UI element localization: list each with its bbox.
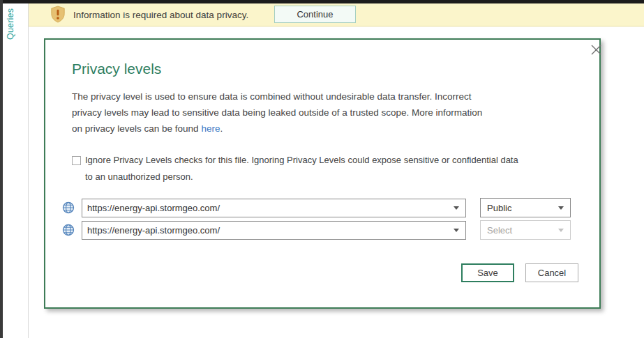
description-line-3-text: on privacy levels can be found: [72, 123, 201, 134]
app-window: Queries Information is required about da…: [0, 0, 644, 338]
chevron-down-icon[interactable]: [552, 199, 570, 217]
description-line-3-period: .: [220, 123, 223, 134]
description-line-2: privacy levels may lead to sensitive dat…: [72, 105, 482, 121]
chevron-down-icon[interactable]: [447, 222, 465, 239]
continue-button[interactable]: Continue: [274, 6, 356, 23]
cancel-button[interactable]: Cancel: [525, 263, 578, 282]
privacy-level-value-1: Public: [481, 203, 552, 213]
ignore-privacy-checkbox[interactable]: [72, 156, 81, 165]
dialog-description: The privacy level is used to ensure data…: [72, 89, 482, 137]
privacy-level-value-2: Select: [481, 225, 552, 236]
privacy-level-select-1[interactable]: Public: [480, 198, 571, 217]
globe-icon: [62, 224, 75, 236]
privacy-levels-dialog: Privacy levels The privacy level is used…: [44, 38, 601, 309]
banner-message: Information is required about data priva…: [73, 10, 248, 20]
ignore-privacy-checkbox-label: Ignore Privacy Levels checks for this fi…: [85, 152, 518, 185]
dialog-title: Privacy levels: [72, 61, 161, 77]
window-left-edge: [0, 0, 3, 338]
source-url-combobox-1[interactable]: https://energy-api.stormgeo.com/: [82, 199, 466, 217]
checkbox-label-line-2: to an unauthorized person.: [85, 169, 518, 185]
privacy-level-select-2: Select: [480, 220, 571, 240]
globe-icon: [62, 201, 75, 214]
close-icon[interactable]: [587, 42, 605, 60]
checkbox-label-line-1: Ignore Privacy Levels checks for this fi…: [85, 152, 518, 169]
source-url-2: https://energy-api.stormgeo.com/: [82, 225, 447, 236]
queries-pane-divider: [28, 3, 29, 338]
sidebar-tab-queries[interactable]: Queries: [6, 5, 15, 40]
source-url-1: https://energy-api.stormgeo.com/: [82, 203, 447, 213]
save-button[interactable]: Save: [461, 263, 514, 282]
source-url-combobox-2[interactable]: https://energy-api.stormgeo.com/: [82, 221, 466, 240]
description-line-3: on privacy levels can be found here.: [72, 121, 482, 137]
warning-shield-icon: [50, 6, 66, 23]
chevron-down-icon: [552, 221, 570, 239]
privacy-warning-banner: Information is required about data priva…: [29, 3, 644, 26]
privacy-info-link[interactable]: here: [201, 123, 220, 134]
chevron-down-icon[interactable]: [447, 199, 465, 217]
description-line-1: The privacy level is used to ensure data…: [72, 89, 482, 105]
